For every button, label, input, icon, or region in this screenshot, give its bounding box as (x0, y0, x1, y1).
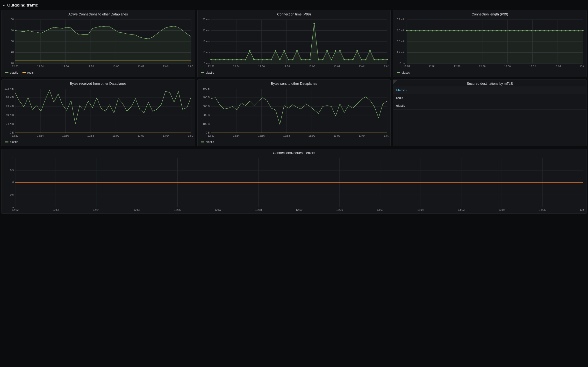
svg-point-138 (483, 30, 485, 31)
svg-point-68 (279, 59, 281, 60)
svg-point-64 (262, 59, 263, 60)
svg-point-89 (369, 50, 371, 52)
svg-point-145 (514, 30, 515, 31)
table-row[interactable]: redis (393, 94, 586, 102)
svg-text:40: 40 (11, 51, 14, 54)
svg-text:13:04: 13:04 (554, 65, 561, 68)
svg-point-130 (449, 30, 451, 31)
svg-text:0 B: 0 B (10, 131, 14, 134)
svg-text:5.0 min: 5.0 min (397, 29, 405, 32)
svg-point-82 (339, 50, 341, 52)
svg-point-132 (458, 30, 459, 31)
svg-point-69 (283, 50, 285, 52)
svg-point-148 (526, 30, 528, 31)
svg-text:0 ms: 0 ms (400, 62, 405, 65)
legend-item-elastic[interactable]: elastic (201, 140, 214, 144)
svg-point-91 (378, 59, 379, 60)
svg-point-79 (326, 50, 328, 52)
svg-point-144 (509, 30, 511, 31)
panel-connection-length[interactable]: Connection length (P99) 0 ms1.7 min3.3 m… (393, 10, 587, 77)
svg-point-156 (561, 30, 562, 31)
svg-text:12:58: 12:58 (283, 65, 290, 68)
svg-point-85 (352, 59, 353, 60)
svg-text:12:52: 12:52 (404, 65, 410, 68)
svg-text:13:06: 13:06 (384, 134, 389, 137)
panel-bytes-received[interactable]: Bytes received from other Dataplanes 0 B… (1, 79, 195, 146)
svg-text:0: 0 (12, 181, 14, 184)
svg-point-55 (223, 59, 225, 60)
svg-text:500 B: 500 B (203, 87, 210, 90)
svg-text:13:03: 13:03 (458, 208, 465, 211)
svg-text:12:58: 12:58 (87, 65, 94, 68)
table-row[interactable]: elastic (393, 102, 586, 110)
svg-text:12:53: 12:53 (52, 208, 59, 211)
legend-item-elastic[interactable]: elastic (397, 71, 410, 74)
svg-text:12:55: 12:55 (134, 208, 140, 211)
table-header-metric[interactable]: Metric (393, 86, 586, 94)
legend-item-redis[interactable]: redis (23, 71, 34, 74)
svg-text:20: 20 (11, 62, 14, 65)
svg-point-153 (548, 30, 549, 31)
svg-text:12:56: 12:56 (62, 65, 69, 68)
svg-text:12:56: 12:56 (62, 134, 69, 137)
svg-text:13:04: 13:04 (499, 208, 505, 211)
svg-point-65 (266, 59, 268, 60)
svg-text:-1: -1 (11, 205, 14, 208)
svg-text:60: 60 (11, 40, 14, 43)
svg-point-74 (305, 59, 306, 60)
svg-point-120 (406, 30, 408, 31)
svg-text:0.5: 0.5 (10, 169, 14, 172)
svg-point-90 (374, 59, 375, 60)
svg-point-147 (522, 30, 523, 31)
legend-swatch (5, 72, 9, 73)
panel-mtls[interactable]: i Secured destinations by mTLS Metric re… (393, 79, 587, 146)
svg-point-84 (348, 59, 349, 60)
legend-item-elastic[interactable]: elastic (5, 140, 18, 144)
svg-text:13:04: 13:04 (358, 134, 365, 137)
svg-text:12:54: 12:54 (37, 134, 44, 137)
panel-active-connections[interactable]: Active Connections to other Dataplanes 2… (1, 10, 195, 77)
legend-item-elastic[interactable]: elastic (5, 71, 18, 74)
info-icon[interactable]: i (393, 80, 398, 84)
svg-text:12:54: 12:54 (429, 65, 435, 68)
svg-point-159 (573, 30, 575, 31)
svg-point-133 (462, 30, 463, 31)
svg-point-71 (292, 59, 293, 60)
svg-point-125 (428, 30, 429, 31)
svg-point-129 (445, 30, 446, 31)
svg-text:1.7 min: 1.7 min (397, 51, 405, 54)
svg-point-92 (382, 59, 384, 60)
legend-swatch (5, 142, 9, 142)
svg-text:13:02: 13:02 (333, 65, 340, 68)
svg-text:100 B: 100 B (203, 122, 210, 125)
legend-swatch (397, 72, 400, 73)
svg-point-140 (492, 30, 494, 31)
svg-point-86 (356, 50, 358, 52)
svg-point-87 (361, 59, 362, 60)
svg-point-121 (410, 30, 412, 31)
legend-item-elastic[interactable]: elastic (201, 71, 214, 74)
svg-point-141 (496, 30, 498, 31)
panel-errors[interactable]: Connection/Requests errors -1-0.500.5112… (1, 149, 587, 214)
svg-point-60 (245, 59, 246, 60)
svg-text:12:56: 12:56 (454, 65, 461, 68)
svg-point-146 (518, 30, 519, 31)
svg-text:13:06: 13:06 (384, 65, 389, 68)
legend-swatch (201, 142, 204, 142)
svg-point-137 (479, 30, 480, 31)
svg-text:12:56: 12:56 (174, 208, 181, 211)
svg-point-66 (270, 59, 272, 60)
panel-bytes-sent[interactable]: Bytes sent to other Dataplanes 0 B100 B2… (197, 79, 391, 146)
svg-text:400 B: 400 B (203, 96, 210, 99)
svg-point-155 (556, 30, 558, 31)
svg-point-149 (531, 30, 532, 31)
svg-point-139 (488, 30, 489, 31)
panel-title: Connection time (P99) (198, 10, 391, 17)
svg-text:20 ms: 20 ms (203, 29, 210, 32)
svg-text:13:00: 13:00 (308, 65, 315, 68)
svg-text:12:52: 12:52 (12, 208, 19, 211)
svg-point-61 (249, 50, 250, 52)
svg-point-151 (539, 30, 541, 31)
panel-connection-time[interactable]: Connection time (P99) 5 ms10 ms15 ms20 m… (197, 10, 391, 77)
row-header[interactable]: Outgoing traffic (1, 1, 587, 10)
